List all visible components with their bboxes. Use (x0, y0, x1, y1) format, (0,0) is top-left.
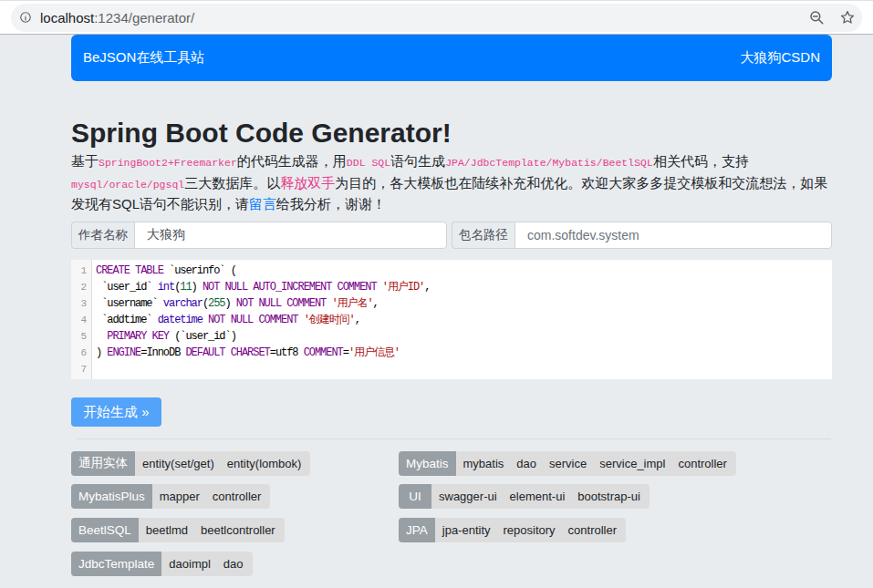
token-plain: `addtime` (96, 314, 158, 326)
token-plain: ) (192, 281, 203, 294)
code-line (96, 361, 832, 377)
author-label: 作者名称 (71, 222, 134, 249)
code-line: PRIMARY KEY (`user_id`) (96, 328, 832, 345)
token-plain: ) (225, 297, 236, 310)
token-kw: NOT NULL COMMENT (236, 297, 326, 310)
tag-group-label: JPA (399, 518, 435, 542)
code-line: `addtime` datetime NOT NULL COMMENT '创建时… (96, 312, 832, 328)
editor-code[interactable]: CREATE TABLE `userinfo` ( `user_id` int(… (92, 260, 832, 379)
line-number: 7 (71, 361, 87, 377)
template-link-controller[interactable]: controller (206, 490, 267, 503)
template-link-daoimpl[interactable]: daoimpl (162, 557, 217, 571)
template-link-controller[interactable]: controller (671, 457, 733, 470)
intro-text: 给我分析，谢谢！ (276, 196, 386, 211)
package-label: 包名路径 (452, 222, 514, 249)
template-link-element-ui[interactable]: element-ui (504, 490, 572, 503)
token-kw: NOT NULL COMMENT (208, 314, 297, 326)
package-input[interactable] (514, 222, 832, 249)
intro-text: 语句生成 (390, 153, 445, 169)
token-plain: `user_id` (96, 281, 158, 294)
star-icon[interactable] (839, 9, 856, 26)
intro-paragraph: 基于SpringBoot2+Freemarker的代码生成器，用DDL SQL语… (71, 150, 832, 215)
token-plain: (`user_id`) (169, 330, 236, 343)
token-plain: `username` (96, 297, 163, 310)
line-number: 4 (71, 312, 87, 328)
url-host: localhost (40, 10, 94, 26)
template-link-service_impl[interactable]: service_impl (593, 457, 671, 470)
sql-editor[interactable]: 1234567 CREATE TABLE `userinfo` ( `user_… (71, 260, 832, 379)
template-link-dao[interactable]: dao (510, 457, 543, 470)
token-type: int (158, 281, 174, 294)
line-number: 1 (71, 263, 87, 279)
intro-code: mysql/oracle/pgsql (71, 179, 184, 191)
intro-line: mysql/oracle/pgsql三大数据库。以释放双手为目的，各大模板也在陆… (71, 172, 832, 194)
template-link-mapper[interactable]: mapper (153, 490, 206, 503)
tag-group-label: UI (399, 484, 431, 509)
template-link-swagger-ui[interactable]: swagger-ui (432, 490, 504, 503)
intro-link[interactable]: 留言 (249, 196, 276, 211)
line-number: 3 (71, 295, 87, 312)
tag-group-label: MybatisPlus (71, 484, 152, 509)
template-link-service[interactable]: service (543, 457, 593, 470)
tag-group-label: JdbcTemplate (71, 552, 161, 576)
browser-chrome: localhost:1234/generator/ (0, 0, 873, 35)
url-path: :1234/generator/ (94, 10, 194, 26)
line-number: 6 (71, 345, 87, 361)
token-num: 11 (180, 281, 191, 294)
token-plain: =InnoDB (140, 346, 185, 359)
template-link-mybatis[interactable]: mybatis (457, 457, 511, 470)
token-type: datetime (158, 314, 203, 326)
template-groups: 通用实体entity(set/get)entity(lombok)Mybatis… (71, 451, 832, 576)
token-kw: NOT NULL AUTO_INCREMENT COMMENT (203, 281, 377, 294)
tag-group-label: BeetlSQL (71, 518, 139, 542)
tag-group-MybatisPlus: MybatisPlusmappercontroller (71, 484, 270, 509)
template-link-jpa-entity[interactable]: jpa-entity (436, 523, 497, 537)
code-line: ) ENGINE=InnoDB DEFAULT CHARSET=utf8 COM… (96, 345, 832, 361)
editor-gutter: 1234567 (71, 260, 92, 379)
navbar-right-link[interactable]: 大狼狗CSDN (740, 49, 820, 67)
code-line: `user_id` int(11) NOT NULL AUTO_INCREMEN… (96, 279, 832, 295)
tag-group-UI: UIswagger-uielement-uibootstrap-ui (399, 484, 650, 509)
tag-group-BeetlSQL: BeetlSQLbeetlmdbeetlcontroller (71, 518, 285, 542)
token-kw: COMMENT (304, 346, 343, 359)
generate-button[interactable]: 开始生成 » (71, 397, 161, 427)
tag-group-JPA: JPAjpa-entityrepositorycontroller (399, 518, 626, 542)
code-line: `username` varchar(255) NOT NULL COMMENT… (96, 295, 832, 312)
template-link-bootstrap-ui[interactable]: bootstrap-ui (571, 490, 647, 503)
line-number: 2 (71, 279, 87, 295)
tag-group-label: Mybatis (399, 451, 456, 476)
page-title: Spring Boot Code Generator! (71, 117, 832, 149)
token-plain: `userinfo` ( (163, 264, 236, 277)
intro-text: 的代码生成器，用 (237, 153, 347, 169)
template-link-controller[interactable]: controller (562, 523, 623, 537)
address-bar[interactable]: localhost:1234/generator/ (40, 10, 194, 26)
info-icon[interactable] (19, 11, 32, 24)
token-plain: ) (96, 346, 107, 359)
token-num: 255 (208, 297, 224, 310)
intro-code: JPA/JdbcTemplate/Mybatis/BeetlSQL (445, 157, 653, 169)
template-link-dao[interactable]: dao (217, 557, 250, 571)
form-row: 作者名称 包名路径 (71, 222, 832, 249)
tag-group-通用实体: 通用实体entity(set/get)entity(lombok) (71, 451, 310, 476)
template-link-beetlcontroller[interactable]: beetlcontroller (194, 523, 282, 537)
site-navbar: BeJSON在线工具站 大狼狗CSDN (71, 35, 832, 81)
template-link-entity(lombok)[interactable]: entity(lombok) (221, 457, 308, 470)
token-plain: , (373, 297, 379, 310)
zoom-icon[interactable] (808, 9, 825, 26)
template-link-repository[interactable]: repository (497, 523, 562, 537)
token-kw: CREATE TABLE (96, 264, 163, 277)
intro-highlight: 释放双手 (280, 175, 335, 191)
package-input-group: 包名路径 (452, 222, 832, 249)
intro-code: SpringBoot2+Freemarker (99, 157, 237, 169)
code-line: CREATE TABLE `userinfo` ( (96, 263, 832, 279)
template-link-beetlmd[interactable]: beetlmd (140, 523, 194, 537)
intro-text: 基于 (71, 153, 99, 169)
template-link-entity(set/get)[interactable]: entity(set/get) (136, 457, 221, 470)
divider (77, 438, 831, 439)
tag-group-label: 通用实体 (71, 451, 135, 476)
line-number: 5 (71, 328, 87, 345)
token-kw: PRIMARY KEY (107, 330, 169, 343)
navbar-brand[interactable]: BeJSON在线工具站 (83, 49, 204, 67)
intro-text: 三大数据库。以 (184, 175, 280, 191)
author-input[interactable] (134, 222, 447, 249)
